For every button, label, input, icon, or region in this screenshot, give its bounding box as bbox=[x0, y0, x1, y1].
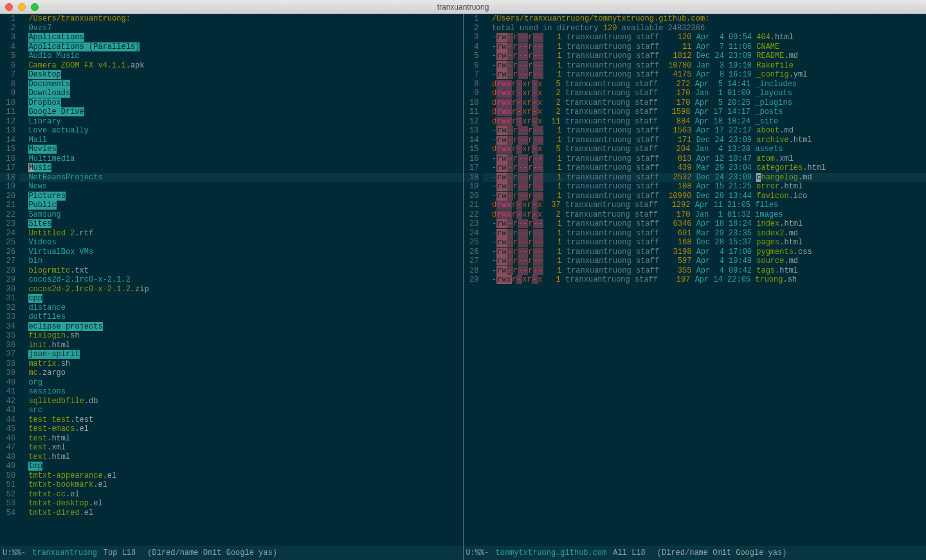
dired-entry[interactable]: -rw-r--r-- 1 tranxuantruong staff 3198 A… bbox=[483, 248, 927, 257]
dired-entry[interactable]: blogrmitc.txt bbox=[19, 266, 463, 276]
dired-entry[interactable]: drwxr-xr-x 2 tranxuantruong staff 170 Ap… bbox=[483, 98, 927, 108]
dired-entry[interactable]: -rw-r--r-- 1 tranxuantruong staff 813 Ap… bbox=[483, 154, 927, 164]
dired-entry[interactable]: drwxr-xr-x 37 tranxuantruong staff 1292 … bbox=[483, 201, 927, 210]
dired-entry[interactable]: NetBeansProjects bbox=[19, 173, 463, 183]
dired-entry[interactable]: matrix.sh bbox=[19, 359, 463, 369]
dired-entry[interactable]: Desktop bbox=[19, 70, 463, 80]
dired-entry[interactable]: Camera ZOOM FX v4.1.1.apk bbox=[19, 61, 463, 71]
dired-entry[interactable]: -rw-r--r-- 1 tranxuantruong staff 691 Ma… bbox=[483, 229, 927, 239]
dired-entry[interactable]: json-spirit bbox=[19, 350, 463, 359]
dired-entry[interactable]: cpp bbox=[19, 294, 463, 303]
line-number: 6 bbox=[0, 61, 15, 71]
dired-entry[interactable]: Audio Music bbox=[19, 51, 463, 61]
dired-entry[interactable]: drwxr-xr-x 2 tranxuantruong staff 170 Ja… bbox=[483, 89, 927, 98]
dired-entry[interactable]: bin bbox=[19, 257, 463, 266]
line-number: 21 bbox=[464, 201, 479, 210]
dired-entry[interactable]: -rw-r--r-- 1 tranxuantruong staff 171 De… bbox=[483, 136, 927, 145]
dired-entry[interactable]: fixlogin.sh bbox=[19, 331, 463, 341]
dired-entry[interactable]: text.html bbox=[19, 453, 463, 462]
dired-entry[interactable]: tmtxt-cc.el bbox=[19, 490, 463, 500]
dired-entry[interactable]: VirtualBox VMs bbox=[19, 248, 463, 257]
dired-entry[interactable]: Movies bbox=[19, 145, 463, 154]
line-number: 51 bbox=[0, 480, 15, 490]
dired-entry[interactable]: Dropbox bbox=[19, 98, 463, 108]
line-number: 18 bbox=[464, 173, 479, 183]
dired-entry[interactable]: drwxr-xr-x 2 tranxuantruong staff 1598 A… bbox=[483, 107, 927, 117]
dired-entry[interactable]: News bbox=[19, 182, 463, 192]
dired-entry[interactable]: Multimedia bbox=[19, 154, 463, 164]
dired-entry[interactable]: Applications bbox=[19, 33, 463, 42]
dired-entry[interactable]: sqlitedbfile.db bbox=[19, 397, 463, 406]
titlebar[interactable]: tranxuantruong bbox=[0, 0, 926, 14]
dired-entry[interactable]: test.html bbox=[19, 434, 463, 444]
line-number: 32 bbox=[0, 303, 15, 313]
dired-entry[interactable]: Sites bbox=[19, 219, 463, 229]
dired-entry[interactable]: tmtxt-desktop.el bbox=[19, 499, 463, 509]
dired-entry[interactable]: cocos2d-2.1rc0-x-2.1.2 bbox=[19, 275, 463, 285]
dired-entry[interactable]: dotfiles bbox=[19, 312, 463, 322]
line-number: 47 bbox=[0, 443, 15, 453]
dired-entry[interactable]: init.html bbox=[19, 341, 463, 350]
dired-entry[interactable]: -rw-r--r-- 1 tranxuantruong staff 6346 A… bbox=[483, 219, 927, 229]
left-content[interactable]: /Users/tranxuantruong: 0vzs7 Application… bbox=[19, 14, 463, 546]
dired-entry[interactable]: tmp bbox=[19, 462, 463, 471]
dired-entry[interactable]: -rw-r--r-- 1 tranxuantruong staff 1812 D… bbox=[483, 51, 927, 61]
dired-entry[interactable]: Public bbox=[19, 201, 463, 210]
dired-entry[interactable]: Library bbox=[19, 117, 463, 127]
modeline-prefix: U:%%- bbox=[3, 548, 26, 557]
dired-entry[interactable]: /Users/tranxuantruong: bbox=[19, 14, 463, 24]
dired-entry[interactable]: -rw-r--r-- 1 tranxuantruong staff 120 Ap… bbox=[483, 33, 927, 42]
dired-entry[interactable]: tmtxt-dired.el bbox=[19, 509, 463, 518]
dired-entry[interactable]: -rw-r--r-- 1 tranxuantruong staff 168 De… bbox=[483, 238, 927, 248]
dired-entry[interactable]: drwxr-xr-x 5 tranxuantruong staff 272 Ap… bbox=[483, 80, 927, 89]
dired-entry[interactable]: eclipse projects bbox=[19, 322, 463, 332]
dired-entry[interactable]: Untitled 2.rtf bbox=[19, 229, 463, 239]
dired-entry[interactable]: Google Drive bbox=[19, 107, 463, 117]
dired-entry[interactable]: tmtxt-appearance.el bbox=[19, 471, 463, 481]
dired-entry[interactable]: sessions bbox=[19, 387, 463, 397]
dired-entry[interactable]: Music bbox=[19, 163, 463, 173]
left-pane[interactable]: 1234567891011121314151617181920212223242… bbox=[0, 14, 463, 546]
dired-entry[interactable]: -rw-r--r-- 1 tranxuantruong staff 439 Ma… bbox=[483, 163, 927, 173]
right-pane[interactable]: 1234567891011121314151617181920212223242… bbox=[463, 14, 927, 546]
dired-entry[interactable]: src bbox=[19, 406, 463, 415]
dired-entry[interactable]: -rw-r--r-- 1 tranxuantruong staff 10780 … bbox=[483, 61, 927, 71]
dired-entry[interactable]: Applications (Parallels) bbox=[19, 42, 463, 52]
right-content[interactable]: /Users/tranxuantruong/tommytxtruong.gith… bbox=[483, 14, 927, 546]
dired-entry[interactable]: -rw-r--r-- 1 tranxuantruong staff 355 Ap… bbox=[483, 266, 927, 276]
dired-entry[interactable]: distance bbox=[19, 303, 463, 313]
dired-entry[interactable]: drwxr-xr-x 2 tranxuantruong staff 170 Ja… bbox=[483, 210, 927, 220]
dired-entry[interactable]: cocos2d-2.1rc0-x-2.1.2.zip bbox=[19, 285, 463, 294]
dired-entry[interactable]: Downloads bbox=[19, 89, 463, 98]
dired-entry[interactable]: Documents bbox=[19, 80, 463, 89]
dired-entry[interactable]: -rw-r--r-- 1 tranxuantruong staff 597 Ap… bbox=[483, 257, 927, 266]
dired-entry[interactable]: mc.zargo bbox=[19, 368, 463, 378]
modeline-prefix: U:%%- bbox=[466, 548, 489, 557]
dired-entry[interactable]: -rwxr-xr-x 1 tranxuantruong staff 107 Ap… bbox=[483, 275, 927, 285]
dired-entry[interactable]: drwxr-xr-x 5 tranxuantruong staff 204 Ja… bbox=[483, 145, 927, 154]
dired-entry[interactable]: -rw-r--r-- 1 tranxuantruong staff 4175 A… bbox=[483, 70, 927, 80]
line-number: 41 bbox=[0, 387, 15, 397]
dired-entry[interactable]: Samsung bbox=[19, 210, 463, 220]
dired-entry[interactable]: test test.test bbox=[19, 415, 463, 425]
dired-entry[interactable]: Mail bbox=[19, 136, 463, 145]
dired-entry[interactable]: test-emacs.el bbox=[19, 424, 463, 434]
dired-entry[interactable]: -rw-r--r-- 1 tranxuantruong staff 11 Apr… bbox=[483, 42, 927, 52]
dired-entry[interactable]: -rw-r--r-- 1 tranxuantruong staff 2532 D… bbox=[483, 173, 927, 183]
dired-entry[interactable]: -rw-r--r-- 1 tranxuantruong staff 1563 A… bbox=[483, 126, 927, 136]
dired-entry[interactable]: Love actually bbox=[19, 126, 463, 136]
modeline-right[interactable]: U:%%- tommytxtruong.github.com All L18 (… bbox=[463, 546, 927, 560]
dired-entry[interactable]: Pictures bbox=[19, 192, 463, 201]
modeline-left[interactable]: U:%%- tranxuantruong Top L18 (Dired/name… bbox=[0, 546, 463, 560]
dired-entry[interactable]: -rw-r--r-- 1 tranxuantruong staff 10990 … bbox=[483, 192, 927, 201]
dired-entry[interactable]: org bbox=[19, 378, 463, 388]
dired-entry[interactable]: drwxr-xr-x 11 tranxuantruong staff 884 A… bbox=[483, 117, 927, 127]
dired-entry[interactable]: Videos bbox=[19, 238, 463, 248]
dired-entry[interactable]: test.xml bbox=[19, 443, 463, 453]
line-number: 54 bbox=[0, 509, 15, 518]
modeline-buffer: tommytxtruong.github.com bbox=[496, 548, 607, 557]
dired-entry[interactable]: tmtxt-bookmark.el bbox=[19, 480, 463, 490]
dired-entry[interactable]: -rw-r--r-- 1 tranxuantruong staff 108 Ap… bbox=[483, 182, 927, 192]
modeline-mode: (Dired/name Omit Google yas) bbox=[147, 548, 277, 557]
dired-entry[interactable]: 0vzs7 bbox=[19, 24, 463, 33]
